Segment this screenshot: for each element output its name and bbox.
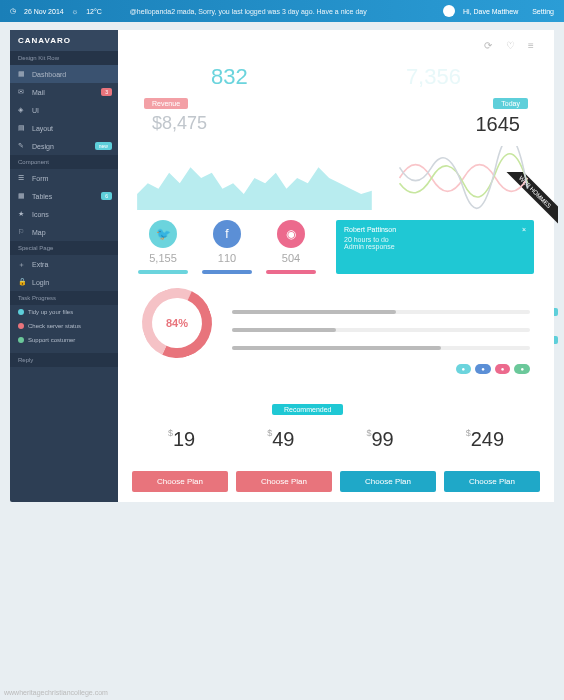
task-item[interactable]: Check server status — [10, 319, 118, 333]
sb-label: Layout — [32, 125, 53, 132]
sb-label: Dashboard — [32, 71, 66, 78]
notif-line: Admin response — [344, 243, 526, 250]
gauge-percent: 84% — [166, 317, 188, 329]
sidebar-item-layout[interactable]: ▤Layout — [10, 119, 118, 137]
sidebar-item-design[interactable]: ✎Designnew — [10, 137, 118, 155]
social-bar — [266, 270, 316, 274]
layout-icon: ▤ — [18, 124, 26, 132]
pricing-table: Recommended $19 $49 $99 $249 Choose Plan… — [132, 398, 540, 492]
dot-icon — [18, 337, 24, 343]
badge: 6 — [101, 192, 112, 200]
dot-icon — [18, 323, 24, 329]
main-panel: ⟳ ♡ ≡ 832 7,356 Revenue Today $8,475 164… — [118, 30, 554, 502]
progress-list: ● ● ● ● — [222, 288, 540, 382]
pill-icon[interactable]: ● — [456, 364, 472, 374]
mail-icon: ✉ — [18, 88, 26, 96]
price-2: $99 — [366, 428, 393, 451]
sidebar: CANAVARO Design Kit Row ▦Dashboard ✉Mail… — [10, 30, 118, 502]
price-value: 19 — [173, 428, 195, 450]
lock-icon: 🔒 — [18, 278, 26, 286]
brand[interactable]: CANAVARO — [10, 30, 118, 51]
choose-plan-button-2[interactable]: Choose Plan — [340, 471, 436, 492]
notif-title: Robert Pattinson — [344, 226, 396, 233]
sb-label: UI — [32, 107, 39, 114]
badge: new — [95, 142, 112, 150]
revenue-right: 1645 — [476, 113, 521, 136]
sb-section-1: Component — [10, 155, 118, 169]
topbar: ◷ 26 Nov 2014 ☼ 12°C @hellopanda2 mada, … — [0, 0, 564, 22]
task-label: Tidy up your files — [28, 309, 73, 315]
choose-plan-button-0[interactable]: Choose Plan — [132, 471, 228, 492]
task-item[interactable]: Support costumer5 — [10, 333, 118, 347]
social-bar — [202, 270, 252, 274]
social-twitter[interactable]: 🐦 5,155 — [138, 220, 188, 274]
date-icon: ◷ — [10, 7, 16, 15]
refresh-icon[interactable]: ⟳ — [484, 40, 496, 52]
topbar-user[interactable]: Hi, Dave Matthew — [463, 8, 518, 15]
menu-icon[interactable]: ≡ — [528, 40, 540, 52]
stat-1: 7,356 — [406, 64, 461, 90]
sb-label: Login — [32, 279, 49, 286]
price-0: $19 — [168, 428, 195, 451]
social-dribbble[interactable]: ◉ 504 — [266, 220, 316, 274]
sb-label: Extra — [32, 261, 48, 268]
revenue-left: $8,475 — [152, 113, 207, 136]
pill-icon[interactable]: ● — [514, 364, 530, 374]
task-label: Check server status — [28, 323, 81, 329]
facebook-icon: f — [213, 220, 241, 248]
sb-label: Design — [32, 143, 54, 150]
sidebar-item-mail[interactable]: ✉Mail3 — [10, 83, 118, 101]
tag-today: Today — [493, 98, 528, 109]
sb-section-2: Special Page — [10, 241, 118, 255]
dashboard-icon: ▦ — [18, 70, 26, 78]
sb-section-0: Design Kit Row — [10, 51, 118, 65]
settings-link[interactable]: Setting — [532, 8, 554, 15]
sb-label: Tables — [32, 193, 52, 200]
reply-label[interactable]: Reply — [10, 353, 118, 367]
price-value: 249 — [471, 428, 504, 450]
social-facebook[interactable]: f 110 — [202, 220, 252, 274]
sidebar-item-dashboard[interactable]: ▦Dashboard — [10, 65, 118, 83]
stat-value: 7,356 — [406, 64, 461, 90]
price-value: 99 — [371, 428, 393, 450]
social-value: 5,155 — [138, 252, 188, 264]
notif-line: 20 hours to do — [344, 236, 526, 243]
topbar-temp: 12°C — [86, 8, 102, 15]
sb-label: Map — [32, 229, 46, 236]
task-item[interactable]: Tidy up your filesdone — [10, 305, 118, 319]
cube-icon: ◈ — [18, 106, 26, 114]
pill-icon[interactable]: ● — [475, 364, 491, 374]
choose-plan-button-3[interactable]: Choose Plan — [444, 471, 540, 492]
choose-plan-button-1[interactable]: Choose Plan — [236, 471, 332, 492]
sb-label: Icons — [32, 211, 49, 218]
watermark: wwwheritagechristiancollege.com — [4, 689, 108, 696]
progress-bar — [232, 346, 530, 350]
area-chart — [132, 146, 377, 210]
sb-label: Mail — [32, 89, 45, 96]
pill-icon[interactable]: ● — [495, 364, 511, 374]
star-icon: ★ — [18, 210, 26, 218]
stat-value: 832 — [211, 64, 248, 90]
avatar[interactable] — [443, 5, 455, 17]
twitter-icon: 🐦 — [149, 220, 177, 248]
social-bar — [138, 270, 188, 274]
sidebar-item-extra[interactable]: ＋Extra — [10, 255, 118, 273]
sidebar-item-icons[interactable]: ★Icons — [10, 205, 118, 223]
badge: 3 — [101, 88, 112, 96]
price-value: 49 — [272, 428, 294, 450]
gauge: 84% — [142, 288, 212, 358]
sidebar-item-tables[interactable]: ▦Tables6 — [10, 187, 118, 205]
sidebar-item-login[interactable]: 🔒Login — [10, 273, 118, 291]
pencil-icon: ✎ — [18, 142, 26, 150]
tag-revenue: Revenue — [144, 98, 188, 109]
table-icon: ▦ — [18, 192, 26, 200]
social-value: 504 — [266, 252, 316, 264]
sidebar-item-form[interactable]: ☰Form — [10, 169, 118, 187]
task-label: Support costumer — [28, 337, 75, 343]
weather-icon: ☼ — [72, 8, 78, 15]
sidebar-item-map[interactable]: ⚐Map — [10, 223, 118, 241]
recommended-badge: Recommended — [272, 404, 343, 415]
heart-icon[interactable]: ♡ — [506, 40, 518, 52]
progress-bar — [232, 328, 530, 332]
sidebar-item-ui[interactable]: ◈UI — [10, 101, 118, 119]
